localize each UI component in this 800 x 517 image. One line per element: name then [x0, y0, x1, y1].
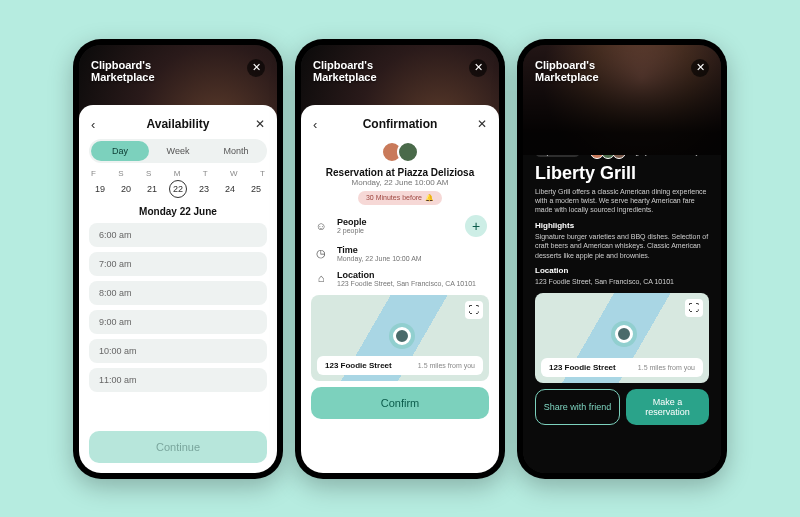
- app-brand: Clipboard's Marketplace: [91, 59, 155, 83]
- clock-icon: ◷: [313, 245, 329, 261]
- phone-restaurant-detail: Clipboard's Marketplace ✕ Open Late High…: [517, 39, 727, 479]
- people-row: ☺ People 2 people +: [311, 211, 489, 241]
- location-label: Location: [535, 266, 709, 275]
- screen: Clipboard's Marketplace ✕ ‹ Confirmation…: [301, 45, 499, 473]
- restaurant-description: Liberty Grill offers a classic American …: [535, 187, 709, 215]
- segment-month[interactable]: Month: [207, 141, 265, 161]
- time-value: Monday, 22 June 10:00 AM: [337, 255, 422, 262]
- continue-button[interactable]: Continue: [89, 431, 267, 463]
- time-slot[interactable]: 11:00 am: [89, 368, 267, 392]
- date-cell[interactable]: 20: [117, 180, 135, 198]
- back-icon[interactable]: ‹: [313, 117, 317, 132]
- close-icon[interactable]: ✕: [255, 117, 265, 131]
- action-row: Share with friend Make a reservation: [535, 389, 709, 425]
- bell-icon: 🔔: [425, 194, 434, 202]
- people-value: 2 people: [337, 227, 367, 234]
- location-value: 123 Foodie Street, San Francisco, CA 101…: [337, 280, 476, 287]
- weekday: T: [203, 169, 208, 178]
- hero-image: Clipboard's Marketplace ✕: [523, 45, 721, 155]
- close-icon[interactable]: ✕: [477, 117, 487, 131]
- location-row: ⌂ Location 123 Foodie Street, San Franci…: [311, 266, 489, 291]
- map[interactable]: ⛶ 123 Foodie Street 1.5 miles from you: [535, 293, 709, 383]
- map-pin-icon: [393, 327, 411, 345]
- date-cell[interactable]: 25: [247, 180, 265, 198]
- expand-icon[interactable]: ⛶: [685, 299, 703, 317]
- reserve-button[interactable]: Make a reservation: [626, 389, 709, 425]
- map-address-card[interactable]: 123 Foodie Street 1.5 miles from you: [317, 356, 483, 375]
- close-icon[interactable]: ✕: [247, 59, 265, 77]
- map-distance: 1.5 miles from you: [418, 362, 475, 369]
- avatar: [397, 141, 419, 163]
- time-row: ◷ Time Monday, 22 June 10:00 AM: [311, 241, 489, 266]
- date-cell[interactable]: 19: [91, 180, 109, 198]
- reminder-badge[interactable]: 30 Minutes before 🔔: [358, 191, 442, 205]
- add-people-button[interactable]: +: [465, 215, 487, 237]
- reservation-subtitle: Reservation at Piazza Deliziosa: [311, 167, 489, 178]
- people-label: People: [337, 217, 367, 227]
- weekday: T: [260, 169, 265, 178]
- highlights-text: Signature burger varieties and BBQ dishe…: [535, 232, 709, 260]
- date-cell[interactable]: 24: [221, 180, 239, 198]
- view-segment[interactable]: Day Week Month: [89, 139, 267, 163]
- phone-availability: Clipboard's Marketplace ✕ ‹ Availability…: [73, 39, 283, 479]
- map-address-card[interactable]: 123 Foodie Street 1.5 miles from you: [541, 358, 703, 377]
- date-cell[interactable]: 21: [143, 180, 161, 198]
- reservation-date: Monday, 22 June 10:00 AM: [311, 178, 489, 187]
- location-label: Location: [337, 270, 476, 280]
- weekday: F: [91, 169, 96, 178]
- map[interactable]: ⛶ 123 Foodie Street 1.5 miles from you: [311, 295, 489, 381]
- avatar-group: [311, 141, 489, 163]
- sheet-title: Confirmation: [363, 117, 438, 131]
- map-address: 123 Foodie Street: [549, 363, 616, 372]
- time-slot[interactable]: 6:00 am: [89, 223, 267, 247]
- confirm-button[interactable]: Confirm: [311, 387, 489, 419]
- close-icon[interactable]: ✕: [691, 59, 709, 77]
- restaurant-detail: Clipboard's Marketplace ✕ Open Late High…: [523, 45, 721, 473]
- availability-sheet: ‹ Availability ✕ Day Week Month F S S M …: [79, 105, 277, 473]
- sheet-header: ‹ Availability ✕: [89, 115, 267, 139]
- time-slot[interactable]: 7:00 am: [89, 252, 267, 276]
- sheet-header: ‹ Confirmation ✕: [311, 115, 489, 139]
- confirmation-sheet: ‹ Confirmation ✕ Reservation at Piazza D…: [301, 105, 499, 473]
- weekday: M: [174, 169, 181, 178]
- close-icon[interactable]: ✕: [469, 59, 487, 77]
- time-label: Time: [337, 245, 422, 255]
- screen: Clipboard's Marketplace ✕ ‹ Availability…: [79, 45, 277, 473]
- sheet-title: Availability: [147, 117, 210, 131]
- map-distance: 1.5 miles from you: [638, 364, 695, 371]
- segment-week[interactable]: Week: [149, 141, 207, 161]
- app-brand: Clipboard's Marketplace: [535, 59, 599, 83]
- time-slot[interactable]: 8:00 am: [89, 281, 267, 305]
- location-text: 123 Foodie Street, San Francisco, CA 101…: [535, 277, 709, 286]
- date-cell[interactable]: 23: [195, 180, 213, 198]
- weekday: W: [230, 169, 238, 178]
- weekday-row: F S S M T W T: [89, 169, 267, 178]
- screen: Clipboard's Marketplace ✕ Open Late High…: [523, 45, 721, 473]
- car-icon: ⌂: [313, 270, 329, 286]
- segment-day[interactable]: Day: [91, 141, 149, 161]
- back-icon[interactable]: ‹: [91, 117, 95, 132]
- date-row: 19 20 21 22 23 24 25: [89, 178, 267, 204]
- weekday: S: [146, 169, 151, 178]
- map-pin-icon: [615, 325, 633, 343]
- share-button[interactable]: Share with friend: [535, 389, 620, 425]
- reminder-text: 30 Minutes before: [366, 194, 422, 201]
- restaurant-title: Liberty Grill: [535, 163, 709, 184]
- phone-confirmation: Clipboard's Marketplace ✕ ‹ Confirmation…: [295, 39, 505, 479]
- date-cell-selected[interactable]: 22: [169, 180, 187, 198]
- time-slot[interactable]: 10:00 am: [89, 339, 267, 363]
- time-slot[interactable]: 9:00 am: [89, 310, 267, 334]
- weekday: S: [118, 169, 123, 178]
- app-brand: Clipboard's Marketplace: [313, 59, 377, 83]
- expand-icon[interactable]: ⛶: [465, 301, 483, 319]
- map-address: 123 Foodie Street: [325, 361, 392, 370]
- highlights-label: Highlights: [535, 221, 709, 230]
- selected-date-label: Monday 22 June: [89, 206, 267, 217]
- people-icon: ☺: [313, 218, 329, 234]
